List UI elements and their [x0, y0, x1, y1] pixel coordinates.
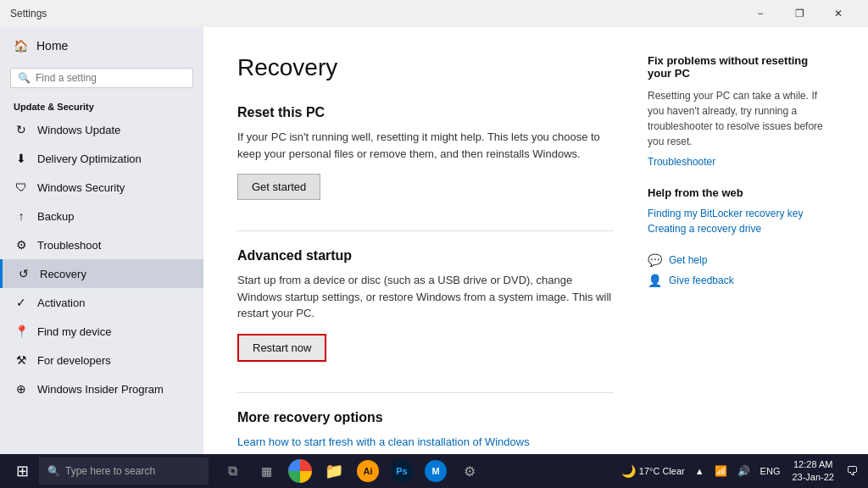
- wifi-icon: 📶: [715, 465, 727, 477]
- home-icon: 🏠: [14, 39, 28, 53]
- folder-icon: 📁: [325, 462, 343, 480]
- titlebar-controls: − ❐ ✕: [741, 0, 858, 27]
- app-body: 🏠 Home 🔍 Update & Security ↻ Windows Upd…: [0, 27, 868, 454]
- troubleshoot-icon: ⚙: [14, 238, 29, 252]
- sidebar-item-delivery-optimization[interactable]: ⬇ Delivery Optimization: [0, 144, 203, 173]
- taskbar-search-box[interactable]: 🔍 Type here to search: [39, 458, 209, 485]
- volume-icon[interactable]: 🔊: [734, 456, 754, 486]
- sidebar-item-label: Backup: [37, 210, 74, 223]
- get-started-button[interactable]: Get started: [237, 174, 320, 200]
- help-from-web-title: Help from the web: [648, 186, 834, 199]
- security-icon: 🛡: [14, 180, 29, 194]
- network-icon[interactable]: 📶: [711, 456, 731, 486]
- sidebar-item-for-developers[interactable]: ⚒ For developers: [0, 346, 203, 374]
- fix-problems-description: Resetting your PC can take a while. If y…: [648, 88, 834, 149]
- taskview-icon: ⧉: [228, 463, 237, 479]
- illustrator-icon[interactable]: Ai: [353, 456, 383, 486]
- give-feedback-link[interactable]: Give feedback: [669, 274, 734, 286]
- settings-icon[interactable]: ⚙: [454, 456, 485, 486]
- notification-button[interactable]: 🗨: [843, 456, 861, 486]
- sidebar-item-activation[interactable]: ✓ Activation: [0, 288, 203, 317]
- activation-icon: ✓: [14, 296, 29, 309]
- language-indicator[interactable]: ENG: [757, 456, 784, 486]
- speaker-icon: 🔊: [737, 465, 750, 477]
- content-area: Recovery Reset this PC If your PC isn't …: [203, 27, 868, 454]
- language-text: ENG: [760, 466, 781, 476]
- sidebar-item-troubleshoot[interactable]: ⚙ Troubleshoot: [0, 230, 203, 259]
- sidebar-item-label: Windows Insider Program: [37, 383, 164, 396]
- start-button[interactable]: ⊞: [7, 456, 37, 486]
- restart-now-button[interactable]: Restart now: [237, 334, 326, 362]
- browser-icon[interactable]: M: [420, 456, 451, 486]
- sidebar-item-label: Windows Update: [37, 124, 120, 136]
- give-feedback-action[interactable]: 👤 Give feedback: [648, 274, 834, 287]
- right-sidebar: Fix problems without resetting your PC R…: [648, 54, 834, 427]
- find-device-icon: 📍: [14, 324, 29, 338]
- restore-button[interactable]: ❐: [780, 0, 819, 27]
- more-section-title: More recovery options: [237, 410, 614, 425]
- advanced-section-description: Start up from a device or disc (such as …: [237, 272, 614, 322]
- troubleshooter-link[interactable]: Troubleshooter: [648, 156, 834, 168]
- widgets-button[interactable]: ▦: [251, 456, 281, 486]
- sidebar-search-input[interactable]: [36, 72, 186, 84]
- insider-icon: ⊕: [14, 382, 29, 396]
- system-clock[interactable]: 12:28 AM 23-Jan-22: [787, 458, 839, 485]
- backup-icon: ↑: [14, 209, 29, 223]
- delivery-icon: ⬇: [14, 152, 29, 165]
- titlebar-title: Settings: [10, 8, 741, 19]
- moon-icon: 🌙: [621, 464, 636, 478]
- feedback-icon: 👤: [648, 274, 662, 287]
- chevron-up-icon: ▲: [695, 466, 704, 476]
- weather-text: 17°C Clear: [639, 466, 685, 476]
- sidebar-item-label: Recovery: [40, 268, 86, 280]
- sidebar-item-windows-update[interactable]: ↻ Windows Update: [0, 115, 203, 144]
- chrome-icon[interactable]: [285, 456, 315, 486]
- sidebar-item-label: For developers: [37, 354, 111, 367]
- sidebar-item-label: Windows Security: [37, 181, 125, 194]
- taskbar-pinned-icons: ⧉ ▦ 📁 Ai Ps M ⚙: [217, 456, 485, 486]
- reset-section-title: Reset this PC: [237, 105, 614, 120]
- get-help-action[interactable]: 💬 Get help: [648, 253, 834, 267]
- explorer-icon[interactable]: 📁: [319, 456, 349, 486]
- taskview-button[interactable]: ⧉: [217, 456, 248, 486]
- divider-1: [237, 230, 614, 231]
- recovery-drive-link[interactable]: Creating a recovery drive: [648, 223, 834, 235]
- update-icon: ↻: [14, 123, 29, 136]
- minimize-button[interactable]: −: [741, 0, 780, 27]
- notification-icon: 🗨: [846, 464, 858, 478]
- system-tray: 🌙 17°C Clear ▲ 📶 🔊 ENG 12:28 AM 23-Jan-2…: [618, 456, 861, 486]
- clean-install-link[interactable]: Learn how to start fresh with a clean in…: [237, 435, 530, 448]
- sidebar-home-label: Home: [36, 39, 68, 53]
- sidebar-item-label: Delivery Optimization: [37, 152, 142, 165]
- sidebar-section-label: Update & Security: [0, 95, 203, 115]
- sidebar-search-box[interactable]: 🔍: [10, 68, 193, 88]
- taskbar-search-text: Type here to search: [65, 465, 155, 477]
- search-icon: 🔍: [18, 72, 31, 84]
- chat-icon: 💬: [648, 253, 662, 267]
- start-icon: ⊞: [16, 462, 29, 480]
- clock-date: 23-Jan-22: [792, 471, 834, 484]
- sidebar-item-recovery[interactable]: ↺ Recovery: [0, 259, 203, 288]
- sidebar-item-find-my-device[interactable]: 📍 Find my device: [0, 317, 203, 346]
- page-title: Recovery: [237, 54, 614, 81]
- weather-widget[interactable]: 🌙 17°C Clear: [618, 456, 688, 486]
- developers-icon: ⚒: [14, 353, 29, 367]
- gear-icon: ⚙: [464, 463, 476, 480]
- divider-2: [237, 392, 614, 393]
- photoshop-icon[interactable]: Ps: [387, 456, 417, 486]
- taskbar: ⊞ 🔍 Type here to search ⧉ ▦ 📁 Ai Ps M ⚙: [0, 454, 868, 488]
- sidebar-item-windows-security[interactable]: 🛡 Windows Security: [0, 173, 203, 202]
- get-help-link[interactable]: Get help: [669, 254, 707, 266]
- tray-overflow[interactable]: ▲: [692, 456, 708, 486]
- sidebar-item-backup[interactable]: ↑ Backup: [0, 202, 203, 230]
- close-button[interactable]: ✕: [819, 0, 858, 27]
- advanced-section-title: Advanced startup: [237, 248, 614, 263]
- sidebar-item-windows-insider[interactable]: ⊕ Windows Insider Program: [0, 374, 203, 403]
- bitlocker-link[interactable]: Finding my BitLocker recovery key: [648, 208, 834, 219]
- clock-time: 12:28 AM: [793, 458, 832, 471]
- sidebar-item-home[interactable]: 🏠 Home: [0, 27, 203, 64]
- fix-problems-title: Fix problems without resetting your PC: [648, 54, 834, 80]
- content-main: Recovery Reset this PC If your PC isn't …: [237, 54, 614, 427]
- titlebar: Settings − ❐ ✕: [0, 0, 868, 27]
- widgets-icon: ▦: [261, 464, 272, 478]
